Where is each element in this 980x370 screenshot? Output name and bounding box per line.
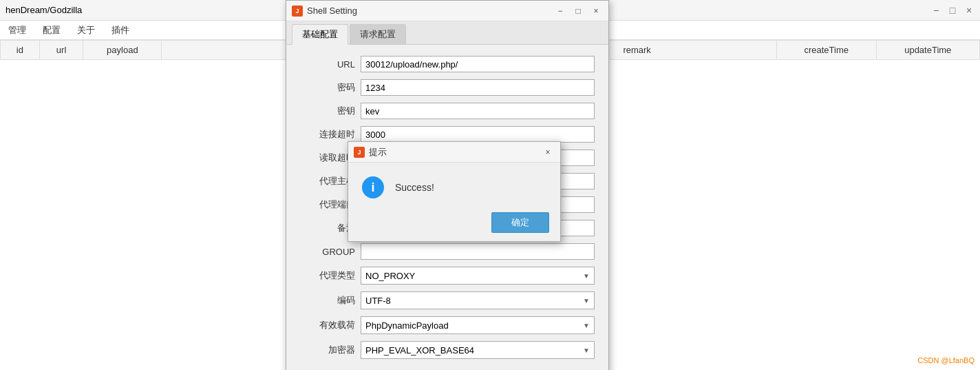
info-icon: i [362,176,384,198]
prompt-message: Success! [395,182,434,193]
prompt-content: i Success! [348,163,560,207]
col-id: id [1,41,40,60]
form-row-encoding: 编码 UTF-8 ▼ [300,291,595,309]
shell-close-btn[interactable]: × [589,6,603,17]
bg-title-area: henDream/Godzilla [6,5,82,15]
watermark: CSDN @LfanBQ [917,356,974,364]
label-url: URL [300,59,355,70]
menu-manage[interactable]: 管理 [6,23,29,38]
prompt-titlebar: J 提示 × [348,142,560,163]
form-row-url: URL [300,56,595,72]
payload-value: PhpDynamicPayload [365,320,449,331]
shell-dialog-title: Shell Setting [307,6,357,16]
label-group: GROUP [300,247,355,257]
encoding-value: UTF-8 [365,296,391,306]
tab-request-config[interactable]: 请求配置 [350,24,406,44]
select-encryptor[interactable]: PHP_EVAL_XOR_BASE64 ▼ [361,341,595,359]
proxy-type-value: NO_PROXY [365,271,415,281]
java-icon: J [292,6,303,17]
prompt-dialog: J 提示 × i Success! 确定 [348,141,561,242]
bg-maximize-btn[interactable]: □ [947,5,958,16]
menu-plugin[interactable]: 插件 [109,23,132,38]
label-password: 密码 [300,81,355,94]
col-url: url [39,41,83,60]
label-remark: 备注 [300,222,355,234]
label-encryptor: 加密器 [300,344,355,356]
label-proxy-port: 代理端口 [300,198,355,211]
prompt-title-label: 提示 [369,146,387,158]
label-secretkey: 密钥 [300,105,355,117]
form-row-connect-timeout: 连接超时 [300,126,595,143]
form-row-payload: 有效载荷 PhpDynamicPayload ▼ [300,316,595,334]
select-payload[interactable]: PhpDynamicPayload ▼ [361,316,595,334]
label-proxy-host: 代理主机 [300,175,355,187]
input-connect-timeout[interactable] [361,126,595,143]
shell-titlebar: J Shell Setting − □ × [286,1,608,21]
shell-tabs: 基础配置 请求配置 [286,21,608,45]
bg-close-btn[interactable]: × [963,5,974,16]
bg-minimize-btn[interactable]: − [930,5,941,16]
encryptor-arrow-icon: ▼ [583,347,590,354]
menu-config[interactable]: 配置 [40,23,63,38]
label-proxy-type: 代理类型 [300,269,355,282]
col-updatetime: updateTime [876,41,979,60]
encoding-arrow-icon: ▼ [583,297,590,305]
select-encoding[interactable]: UTF-8 ▼ [361,291,595,309]
form-row-secretkey: 密钥 [300,103,595,119]
label-read-timeout: 读取超时 [300,152,355,164]
form-row-password: 密码 [300,79,595,96]
form-row-proxy-type: 代理类型 NO_PROXY ▼ [300,267,595,285]
form-row-encryptor: 加密器 PHP_EVAL_XOR_BASE64 ▼ [300,341,595,359]
proxy-type-arrow-icon: ▼ [583,272,590,280]
col-payload: payload [83,41,162,60]
input-secretkey[interactable] [361,103,595,119]
shell-minimize-btn[interactable]: − [553,6,567,17]
shell-maximize-btn[interactable]: □ [571,6,585,17]
input-group[interactable] [361,243,595,260]
bg-titlebar-controls: − □ × [930,5,974,16]
confirm-button[interactable]: 确定 [491,212,549,233]
encryptor-value: PHP_EVAL_XOR_BASE64 [365,345,474,356]
input-password[interactable] [361,79,595,96]
prompt-close-btn[interactable]: × [541,147,555,158]
shell-title-area: J Shell Setting [292,6,357,17]
col-createtime: createTime [776,41,876,60]
tab-basic-config[interactable]: 基础配置 [292,24,348,45]
input-url[interactable] [361,56,595,72]
label-encoding: 编码 [300,294,355,307]
payload-arrow-icon: ▼ [583,322,590,329]
prompt-java-icon: J [354,147,365,158]
menu-about[interactable]: 关于 [74,23,98,38]
bg-app-title: henDream/Godzilla [6,5,82,15]
select-proxy-type[interactable]: NO_PROXY ▼ [361,267,595,285]
label-connect-timeout: 连接超时 [300,128,355,141]
prompt-footer: 确定 [348,207,560,241]
shell-titlebar-controls: − □ × [553,6,603,17]
form-row-group: GROUP [300,243,595,260]
label-payload: 有效载荷 [300,319,355,331]
prompt-title-area: J 提示 [354,146,387,158]
